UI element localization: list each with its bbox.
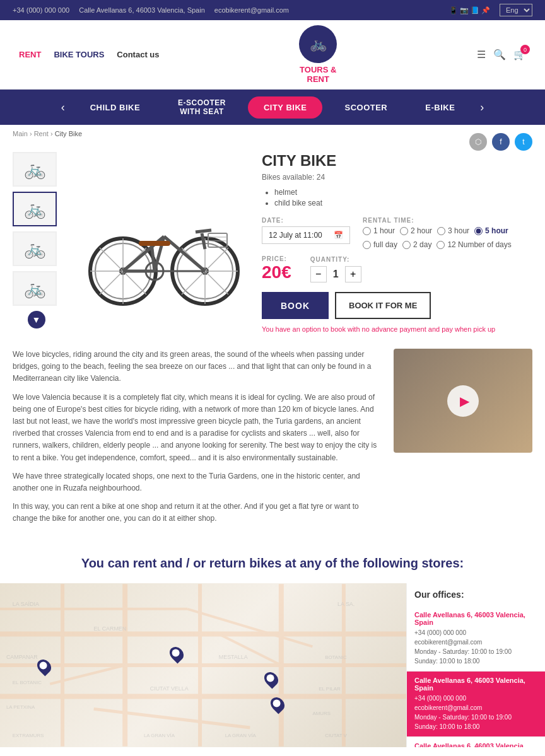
top-bar: +34 (000) 000 000 Calle Avellanas 6, 460…	[0, 0, 545, 20]
book-button[interactable]: BOOK	[262, 292, 329, 319]
tab-prev-arrow[interactable]: ‹	[55, 101, 71, 114]
office-item-2[interactable]: Calle Avellanas 6, 46003 Valencia, Spain…	[407, 672, 545, 737]
svg-line-37	[94, 709, 250, 728]
header-icons: ☰ 🔍 🛒 0	[477, 49, 526, 61]
cart-button[interactable]: 🛒 0	[513, 49, 526, 61]
bikes-available: Bikes available: 24	[262, 173, 532, 182]
tab-ebike[interactable]: E-BIKE	[406, 94, 474, 121]
rental-numdays[interactable]: 12 Number of days	[437, 240, 511, 249]
svg-text:AMURS: AMURS	[312, 711, 331, 717]
thumb-scroll-down[interactable]: ▼	[28, 311, 45, 329]
topbar-social-icons: 📱 📷 📘 📌	[449, 6, 490, 15]
office-info-1: +34 (000) 000 000 ecobikerent@gmail.com …	[414, 628, 537, 666]
share-facebook-button[interactable]: f	[492, 133, 510, 151]
thumb-1[interactable]: 🚲	[13, 152, 57, 187]
breadcrumb-rent[interactable]: Rent	[34, 130, 49, 137]
price-label: PRICE:	[262, 255, 291, 262]
nav-contact[interactable]: Contact us	[117, 50, 159, 59]
offices-title: Our offices:	[407, 583, 545, 606]
quantity-group: QUANTITY: − 1 +	[310, 256, 361, 282]
logo-icon: 🚲	[299, 25, 337, 63]
breadcrumb: Main › Rent › City Bike	[0, 125, 545, 142]
svg-text:CAMPANAR: CAMPANAR	[6, 654, 38, 661]
tab-city-bike[interactable]: CITY BIKE	[248, 96, 323, 119]
breadcrumb-home[interactable]: Main	[13, 130, 28, 137]
logo-text: TOURS &RENT	[300, 65, 336, 84]
feature-childseat: child bike seat	[274, 199, 532, 207]
rental-2day[interactable]: 2 day	[402, 240, 431, 249]
top-bar-left: +34 (000) 000 000 Calle Avellanas 6, 460…	[13, 6, 289, 14]
svg-line-21	[202, 233, 205, 249]
map-container: LA SAÏDIA LA SA. CAMPANAR EL BOTANIC LA …	[0, 583, 406, 747]
tab-escooter[interactable]: E-SCOOTERWITH SEAT	[159, 90, 245, 125]
tab-child-bike[interactable]: CHILD BIKE	[71, 94, 159, 121]
price-group: PRICE: 20€	[262, 255, 291, 282]
calendar-icon: 📅	[334, 231, 343, 240]
quantity-control: − 1 +	[310, 266, 361, 282]
product-info: CITY BIKE ⬡ f t Bikes available: 24 helm…	[262, 152, 532, 333]
rental-1h[interactable]: 1 hour	[363, 226, 395, 235]
qty-decrease-button[interactable]: −	[310, 266, 327, 282]
tab-next-arrow[interactable]: ›	[474, 101, 490, 114]
svg-text:EXTRAMURS: EXTRAMURS	[13, 733, 44, 738]
product-section: 🚲 🚲 🚲 🚲 ▼	[0, 142, 545, 342]
rental-fullday[interactable]: full day	[363, 240, 397, 249]
thumb-bike-icon-2: 🚲	[24, 199, 46, 219]
svg-rect-20	[139, 241, 170, 246]
price-qty-section: PRICE: 20€ QUANTITY: − 1 +	[262, 255, 532, 282]
office-addr-2: Calle Avellanas 6, 46003 Valencia, Spain	[414, 677, 537, 692]
desc-para-4: In this way, you can rent a bike at one …	[13, 501, 381, 525]
svg-line-19	[151, 243, 155, 271]
rental-5h[interactable]: 5 hour	[474, 226, 508, 235]
qty-increase-button[interactable]: +	[345, 266, 361, 282]
office-item-3[interactable]: Calle Avellanas 6, 46003 Valencia, Spain…	[407, 737, 545, 747]
thumb-2[interactable]: 🚲	[13, 192, 57, 226]
date-input[interactable]: 12 July at 11:00 📅	[262, 226, 350, 244]
share-generic-button[interactable]: ⬡	[469, 133, 487, 151]
svg-text:LA GRAN VÍA: LA GRAN VÍA	[144, 733, 175, 738]
thumb-3[interactable]: 🚲	[13, 231, 57, 266]
rental-time-group: RENTAL TIME: 1 hour 2 hour 3 hour 5 hour…	[363, 217, 532, 249]
map-roads-svg: LA SAÏDIA LA SA. CAMPANAR EL BOTANIC LA …	[0, 583, 406, 747]
video-play-button[interactable]	[447, 385, 479, 417]
svg-line-36	[187, 609, 312, 646]
thumb-4[interactable]: 🚲	[13, 271, 57, 306]
breadcrumb-current: City Bike	[55, 130, 82, 137]
description-text: We love bicycles, riding around the city…	[13, 349, 381, 531]
rental-3h[interactable]: 3 hour	[437, 226, 469, 235]
feature-helmet: helmet	[274, 188, 532, 197]
book-for-me-button[interactable]: BOOK IT FOR ME	[335, 292, 431, 319]
svg-text:LA SA.: LA SA.	[337, 601, 355, 607]
tab-scooter[interactable]: SCOOTER	[325, 94, 406, 121]
svg-text:EL BOTANIC: EL BOTANIC	[13, 680, 42, 685]
rental-2h[interactable]: 2 hour	[400, 226, 432, 235]
testimonials-section: Testimonials: 2016 · HALL OF FAME · 2017…	[0, 747, 545, 756]
video-thumbnail[interactable]	[394, 349, 532, 453]
cta-buttons: BOOK BOOK IT FOR ME	[262, 292, 532, 319]
search-icon[interactable]: 🔍	[493, 49, 506, 61]
description-section: We love bicycles, riding around the city…	[0, 342, 545, 544]
map-section: LA SAÏDIA LA SA. CAMPANAR EL BOTANIC LA …	[0, 583, 545, 747]
svg-text:CIUTAT V: CIUTAT V	[325, 733, 347, 738]
language-selector[interactable]: Eng	[500, 4, 532, 16]
desc-para-3: We have three strategically located shop…	[13, 470, 381, 494]
menu-icon[interactable]: ☰	[477, 49, 486, 61]
nav-rent[interactable]: RENT	[19, 50, 41, 59]
thumbnail-column: 🚲 🚲 🚲 🚲 ▼	[13, 152, 60, 333]
office-item-1[interactable]: Calle Avellanas 6, 46003 Valencia, Spain…	[407, 606, 545, 672]
site-logo: 🚲 TOURS &RENT	[299, 25, 337, 84]
desc-para-1: We love bicycles, riding around the city…	[13, 349, 381, 385]
date-value: 12 July at 11:00	[269, 231, 322, 240]
svg-line-39	[219, 634, 281, 666]
bike-illustration	[79, 173, 243, 312]
topbar-address: Calle Avellanas 6, 46003 Valencia, Spain	[79, 6, 205, 14]
share-twitter-button[interactable]: t	[515, 133, 532, 151]
svg-text:BOTANIC: BOTANIC	[325, 655, 347, 661]
share-buttons: ⬡ f t	[469, 133, 532, 151]
nav-bike-tours[interactable]: BIKE TOURS	[54, 50, 104, 59]
svg-text:EL CARMEN: EL CARMEN	[94, 626, 127, 632]
offices-panel: Our offices: Calle Avellanas 6, 46003 Va…	[406, 583, 545, 747]
thumb-bike-icon-4: 🚲	[24, 278, 46, 299]
thumb-bike-icon: 🚲	[24, 159, 46, 180]
topbar-email: ecobikerent@gmail.com	[214, 6, 289, 14]
